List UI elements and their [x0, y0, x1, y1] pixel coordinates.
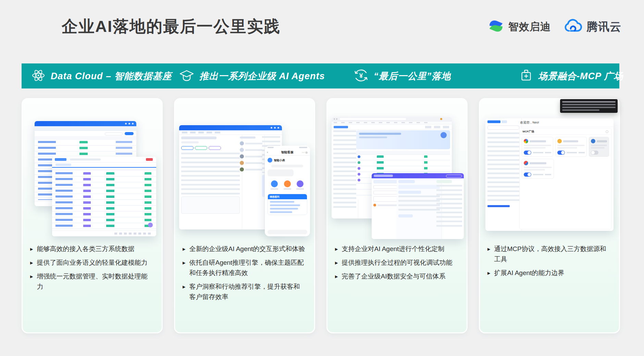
phone-title: 智能客服 [281, 150, 294, 155]
band-label: Data Cloud – 智能数据基座 [51, 70, 172, 82]
triangle-bullet-icon: ▶ [30, 244, 33, 254]
mcp-tile [555, 137, 587, 157]
toggle-off [591, 151, 598, 155]
card4-bullets: ▶通过MCP协议，高效接入三方数据源和工具 ▶扩展AI Agent的能力边界 [480, 244, 619, 278]
bullet-item: ▶提供了面向业务语义的轻量化建模能力 [30, 258, 153, 268]
bullet-item: ▶扩展AI Agent的能力边界 [487, 268, 611, 278]
triangle-bullet-icon: ▶ [183, 258, 185, 278]
triangle-bullet-icon: ▶ [487, 244, 490, 264]
card1-screenshot [25, 102, 159, 239]
mcp-tile [522, 137, 553, 157]
plus-box-icon [519, 68, 533, 84]
toggle-on [524, 173, 531, 177]
triangle-bullet-icon: ▶ [183, 244, 185, 254]
card-ai-agents: ‹ 智能客服 ⋯ ◎ 智能小易 猜您想问 [174, 98, 315, 333]
band-item-data-cloud: Data Cloud – 智能数据基座 [31, 63, 172, 88]
bullet-text: 增强统一元数据管理、实时数据处理能力 [37, 271, 153, 292]
mcp-tile-selected [589, 137, 609, 157]
triangle-bullet-icon: ▶ [335, 271, 338, 282]
bullet-item: ▶提供推理执行全过程的可视化调试功能 [335, 258, 458, 268]
card-last-mile: ▶支持企业对AI Agent进行个性化定制 ▶提供推理执行全过程的可视化调试功能… [326, 98, 468, 333]
page-title: 企业AI落地的最后一公里实践 [62, 16, 281, 37]
zhixiao-logo: 智效启迪 [487, 17, 551, 36]
tencent-cloud-logo-text: 腾讯云 [586, 19, 621, 35]
bullet-text: 完善了企业级AI数据安全与可信体系 [342, 271, 445, 282]
triangle-bullet-icon: ▶ [30, 258, 33, 268]
card2-bullets: ▶全新的企业级AI Agent的交互形式和体验 ▶依托自研Agent推理引擎，确… [175, 244, 314, 302]
more-icon: ⋯ ◎ [302, 151, 308, 154]
card3-screenshot [330, 102, 464, 239]
card1-bullets: ▶能够高效的接入各类三方系统数据 ▶提供了面向业务语义的轻量化建模能力 ▶增强统… [23, 244, 162, 292]
band-label: “最后一公里”落地 [374, 70, 451, 82]
triangle-bullet-icon: ▶ [183, 282, 185, 302]
toggle-on [557, 151, 565, 155]
tencent-cloud-logo-icon [563, 18, 583, 35]
mcp-panel-title: MCP广场 [522, 130, 534, 133]
bullet-item: ▶客户洞察和行动推荐引擎，提升获客和客户留存效率 [183, 282, 306, 302]
band-label: 场景融合-MCP 广场 [538, 70, 623, 82]
bullet-item: ▶通过MCP协议，高效接入三方数据源和工具 [487, 244, 611, 264]
atom-icon [31, 68, 46, 84]
card3-bullets: ▶支持企业对AI Agent进行个性化定制 ▶提供推理执行全过程的可视化调试功能… [327, 244, 467, 282]
bullet-text: 支持企业对AI Agent进行个性化定制 [342, 244, 444, 254]
card-mcp-marketplace: 欢迎您，Neo! MCP广场 [479, 98, 620, 333]
bullet-text: 能够高效的接入各类三方系统数据 [37, 244, 134, 254]
bullet-text: 扩展AI Agent的能力边界 [494, 268, 564, 278]
bullet-item: ▶增强统一元数据管理、实时数据处理能力 [30, 271, 153, 292]
bullet-text: 提供了面向业务语义的轻量化建模能力 [37, 258, 147, 268]
card-data-cloud: ▶能够高效的接入各类三方系统数据 ▶提供了面向业务语义的轻量化建模能力 ▶增强统… [22, 98, 163, 333]
mockup-window-front [52, 157, 156, 236]
zhixiao-logo-icon [487, 17, 505, 36]
bullet-text: 通过MCP协议，高效接入三方数据源和工具 [494, 244, 611, 264]
band-item-last-mile: ¥ “最后一公里”落地 [353, 63, 451, 88]
bullet-item: ▶支持企业对AI Agent进行个性化定制 [335, 244, 458, 254]
graduation-cap-icon [179, 68, 195, 84]
yen-cycle-icon: ¥ [353, 68, 369, 85]
bullet-text: 全新的企业级AI Agent的交互形式和体验 [189, 244, 305, 254]
suggest-title: 猜您想问 [270, 195, 280, 199]
bullet-text: 客户洞察和行动推荐引擎，提升获客和客户留存效率 [189, 282, 306, 302]
feature-band: Data Cloud – 智能数据基座 推出一系列企业级 AI Agents ¥… [22, 63, 619, 88]
mockup-titlebar [179, 125, 282, 130]
logo-row: 智效启迪 腾讯云 [487, 17, 621, 36]
tencent-cloud-logo: 腾讯云 [563, 18, 621, 35]
bullet-item: ▶依托自研Agent推理引擎，确保主题匹配和任务执行精准高效 [183, 258, 306, 278]
bullet-item: ▶完善了企业级AI数据安全与可信体系 [335, 271, 458, 282]
card2-screenshot: ‹ 智能客服 ⋯ ◎ 智能小易 猜您想问 [178, 102, 311, 239]
card4-screenshot: 欢迎您，Neo! MCP广场 [483, 102, 616, 239]
band-item-ai-agents: 推出一系列企业级 AI Agents [179, 63, 325, 88]
mockup-mcp-window: 欢迎您，Neo! MCP广场 [485, 118, 614, 231]
triangle-bullet-icon: ▶ [30, 271, 33, 292]
mockup-titlebar [35, 121, 136, 126]
bullet-item: ▶能够高效的接入各类三方系统数据 [30, 244, 153, 254]
triangle-bullet-icon: ▶ [335, 244, 338, 254]
mcp-greeting: 欢迎您，Neo! [520, 120, 539, 125]
bullet-item: ▶全新的企业级AI Agent的交互形式和体验 [183, 244, 306, 254]
mcp-tile [522, 159, 554, 179]
mockup-debug-window [372, 173, 464, 239]
toggle-on [524, 151, 531, 155]
info-icon [606, 130, 608, 133]
band-item-mcp: 场景融合-MCP 广场 [519, 63, 623, 88]
bot-avatar [268, 158, 272, 163]
svg-text:¥: ¥ [359, 72, 363, 79]
triangle-bullet-icon: ▶ [487, 268, 490, 278]
bullet-text: 提供推理执行全过程的可视化调试功能 [342, 258, 452, 268]
band-label: 推出一系列企业级 AI Agents [199, 70, 325, 82]
mockup-tooltip [560, 99, 618, 113]
bullet-text: 依托自研Agent推理引擎，确保主题匹配和任务执行精准高效 [189, 258, 306, 278]
mockup-phone: ‹ 智能客服 ⋯ ◎ 智能小易 猜您想问 [265, 146, 310, 236]
bot-name: 智能小易 [274, 158, 285, 162]
back-chevron-icon: ‹ [267, 151, 268, 154]
zhixiao-logo-text: 智效启迪 [508, 20, 551, 34]
triangle-bullet-icon: ▶ [335, 258, 338, 268]
